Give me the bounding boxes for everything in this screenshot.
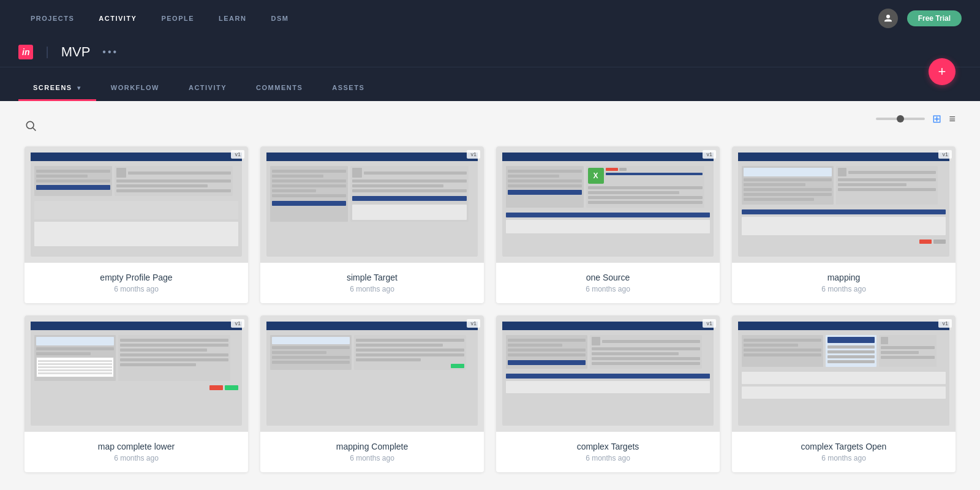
nav-projects[interactable]: PROJECTS (31, 15, 74, 22)
svg-point-0 (886, 15, 890, 18)
screen-date-1: 6 months ago (34, 285, 238, 293)
screen-badge-1: v1 (231, 150, 244, 159)
thumbnail-5: v1 (24, 315, 248, 432)
screen-card-3[interactable]: X (496, 146, 720, 303)
screen-info-5: map complete lower 6 months ago (24, 432, 248, 472)
screen-name-6: mapping Complete (270, 442, 474, 451)
tab-workflow[interactable]: WORKFLOW (96, 74, 174, 101)
screen-info-4: mapping 6 months ago (732, 263, 956, 303)
brand-logo[interactable]: in | MVP (18, 44, 90, 60)
screen-card-7[interactable]: v1 complex Targets 6 months ago (496, 315, 720, 472)
top-nav-links: PROJECTS ACTIVITY PEOPLE LEARN DSM (31, 15, 288, 22)
screen-badge-5: v1 (231, 319, 244, 328)
nav-dsm[interactable]: DSM (271, 15, 288, 22)
screen-name-4: mapping (742, 273, 946, 282)
screen-name-2: simple Target (270, 273, 474, 282)
screen-date-4: 6 months ago (742, 285, 946, 293)
screen-info-1: empty Profile Page 6 months ago (24, 263, 248, 303)
screen-card-1[interactable]: v1 empty Profile Page 6 months ago (24, 146, 248, 303)
svg-line-2 (33, 128, 36, 131)
screen-date-2: 6 months ago (270, 285, 474, 293)
thumbnail-7: v1 (496, 315, 720, 432)
top-nav-right: Free Trial (878, 9, 962, 28)
screen-badge-8: v1 (938, 319, 952, 328)
thumbnail-2: v1 (260, 146, 484, 263)
screen-name-5: map complete lower (34, 442, 238, 451)
invision-logo: in (18, 45, 33, 59)
main-content: ⊞ ≡ (0, 101, 980, 490)
screen-name-1: empty Profile Page (34, 273, 238, 282)
screen-card-4[interactable]: v1 mapping 6 months ago (732, 146, 956, 303)
tab-screens[interactable]: SCREENS ▾ (18, 74, 96, 101)
search-button[interactable] (24, 119, 956, 134)
screen-card-2[interactable]: v1 simple Target 6 months ago (260, 146, 484, 303)
screen-info-7: complex Targets 6 months ago (496, 432, 720, 472)
screen-name-8: complex Targets Open (742, 442, 946, 451)
screen-info-3: one Source 6 months ago (496, 263, 720, 303)
screen-badge-3: v1 (703, 150, 716, 159)
screens-arrow: ▾ (77, 85, 81, 91)
thumbnail-4: v1 (732, 146, 956, 263)
nav-people[interactable]: PEOPLE (161, 15, 194, 22)
screen-card-8[interactable]: v1 complex Targets Open 6 months ago (732, 315, 956, 472)
screen-badge-2: v1 (467, 150, 480, 159)
screen-info-6: mapping Complete 6 months ago (260, 432, 484, 472)
brand-bar: in | MVP ••• (0, 37, 980, 67)
tab-activity[interactable]: ACTIVITY (174, 74, 241, 101)
user-avatar[interactable] (878, 9, 898, 28)
nav-activity[interactable]: ACTIVITY (99, 15, 137, 22)
secondary-navigation: SCREENS ▾ WORKFLOW ACTIVITY COMMENTS ASS… (0, 67, 980, 101)
screen-date-8: 6 months ago (742, 454, 946, 462)
thumbnail-1: v1 (24, 146, 248, 263)
top-navigation: PROJECTS ACTIVITY PEOPLE LEARN DSM Free … (0, 0, 980, 37)
thumbnail-8: v1 (732, 315, 956, 432)
screen-name-7: complex Targets (506, 442, 710, 451)
tab-assets[interactable]: ASSETS (317, 74, 379, 101)
view-controls: ⊞ ≡ (876, 112, 956, 126)
screen-badge-4: v1 (938, 150, 952, 159)
nav-learn[interactable]: LEARN (219, 15, 246, 22)
tab-comments[interactable]: COMMENTS (241, 74, 317, 101)
add-screen-fab[interactable]: + (929, 58, 956, 85)
zoom-thumb (897, 115, 904, 123)
free-trial-button[interactable]: Free Trial (907, 10, 962, 26)
screen-badge-6: v1 (467, 319, 480, 328)
screen-date-3: 6 months ago (506, 285, 710, 293)
screens-grid: v1 empty Profile Page 6 months ago (24, 146, 956, 472)
thumbnail-3: X (496, 146, 720, 263)
secondary-tabs: SCREENS ▾ WORKFLOW ACTIVITY COMMENTS ASS… (18, 74, 379, 101)
screen-name-3: one Source (506, 273, 710, 282)
screen-date-5: 6 months ago (34, 454, 238, 462)
screen-date-6: 6 months ago (270, 454, 474, 462)
grid-view-icon[interactable]: ⊞ (932, 112, 941, 126)
more-options[interactable]: ••• (102, 47, 118, 58)
screen-date-7: 6 months ago (506, 454, 710, 462)
svg-point-1 (26, 121, 34, 129)
zoom-slider[interactable] (876, 118, 925, 120)
thumbnail-6: v1 (260, 315, 484, 432)
project-name: MVP (61, 44, 91, 60)
screen-badge-7: v1 (703, 319, 716, 328)
screen-card-6[interactable]: v1 mapping Complete 6 months ago (260, 315, 484, 472)
brand-separator: | (45, 45, 48, 59)
list-view-icon[interactable]: ≡ (949, 113, 956, 126)
screen-card-5[interactable]: v1 map complete lower 6 months ago (24, 315, 248, 472)
screen-info-2: simple Target 6 months ago (260, 263, 484, 303)
screen-info-8: complex Targets Open 6 months ago (732, 432, 956, 472)
